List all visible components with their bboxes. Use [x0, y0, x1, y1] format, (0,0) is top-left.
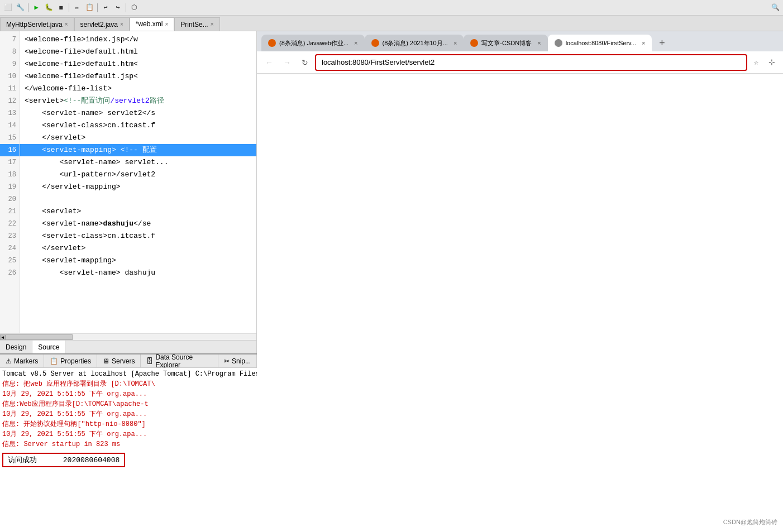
browser-toolbar: ← → ↻ ☆ ⊹	[257, 51, 783, 74]
code-line-25: <servlet-mapping>	[25, 255, 256, 267]
tab-printse[interactable]: PrintSe... ×	[174, 17, 219, 31]
browser-forward-button[interactable]: →	[279, 55, 295, 70]
servers-icon: 🖥	[103, 357, 109, 365]
bottom-panel: ⚠ Markers 📋 Properties 🖥 Servers 🗄 Data …	[0, 353, 257, 532]
snip-icon: ✂	[224, 357, 230, 365]
browser-tab-0-icon	[268, 39, 276, 47]
tab-printse-label: PrintSe...	[180, 21, 208, 28]
tab-design[interactable]: Design	[0, 341, 32, 354]
code-lines-content[interactable]: <welcome-file>index.jsp</w <welcome-file…	[20, 31, 256, 333]
code-line-24: </servlet>	[25, 242, 256, 255]
toolbar-icon-7[interactable]: ↪	[112, 2, 123, 13]
browser-tab-bar: (8条消息) Javaweb作业... × (8条消息) 2021年10月...…	[257, 31, 783, 51]
markers-label: Markers	[14, 357, 38, 365]
code-line-15: </servlet>	[25, 132, 256, 144]
scrollbar-left-arrow[interactable]: ◄	[0, 334, 6, 340]
properties-label: Properties	[60, 357, 91, 365]
tab-servers[interactable]: 🖥 Servers	[97, 354, 141, 368]
tab-myhttpservlet[interactable]: MyHttpServlet.java ×	[0, 17, 74, 31]
code-content[interactable]: 7 8 9 10 11 12 13 14 15 16 17 18 19 20 2…	[0, 31, 256, 333]
browser-tab-0-close[interactable]: ×	[354, 40, 357, 46]
editor-area: 7 8 9 10 11 12 13 14 15 16 17 18 19 20 2…	[0, 31, 257, 532]
browser-tab-3-icon	[555, 39, 562, 47]
design-source-tabs: Design Source	[0, 340, 256, 353]
line-num-25: 25	[0, 255, 20, 267]
line-num-13: 13	[0, 107, 20, 119]
browser-address-bar[interactable]	[315, 54, 747, 71]
tab-webxml[interactable]: *web.xml ×	[130, 17, 175, 31]
bottom-tabs: ⚠ Markers 📋 Properties 🖥 Servers 🗄 Data …	[0, 354, 257, 368]
browser-tab-3[interactable]: localhost:8080/FirstServ... ×	[548, 35, 652, 51]
editor-scrollbar-thumb[interactable]	[6, 334, 73, 340]
code-line-19: </servlet-mapping>	[25, 181, 256, 193]
line-num-22: 22	[0, 218, 20, 230]
bookmark-star-icon[interactable]: ☆	[749, 56, 763, 69]
browser-tab-2[interactable]: 写文章-CSDN博客 ×	[464, 35, 547, 51]
browser-new-tab-button[interactable]: +	[654, 36, 670, 51]
toolbar-icon-6[interactable]: ↩	[100, 2, 111, 13]
success-message: 访问成功 2020080604008	[2, 453, 125, 467]
line-num-24: 24	[0, 242, 20, 255]
toolbar-run-icon[interactable]: ▶	[31, 2, 42, 13]
code-line-17: <servlet-name> servlet...	[25, 156, 256, 169]
toolbar-icon-2[interactable]: 🔧	[15, 2, 26, 13]
tab-servlet2-close[interactable]: ×	[120, 21, 123, 27]
browser-back-button[interactable]: ←	[261, 55, 277, 70]
toolbar-icon-1[interactable]: ⬜	[2, 2, 13, 13]
browser-tab-1[interactable]: (8条消息) 2021年10月... ×	[365, 35, 464, 51]
browser-tab-2-icon	[470, 39, 478, 47]
toolbar-icon-3[interactable]: ◼	[55, 2, 66, 13]
line-num-21: 21	[0, 205, 20, 218]
code-line-11: </welcome-file-list>	[25, 83, 256, 95]
browser-chrome: (8条消息) Javaweb作业... × (8条消息) 2021年10月...…	[257, 31, 783, 74]
console-line-3: 信息:Web应用程序目录[D:\TOMCAT\apache-t	[2, 399, 255, 409]
tab-myhttpservlet-close[interactable]: ×	[65, 21, 68, 27]
browser-tab-0[interactable]: (8条消息) Javaweb作业... ×	[261, 35, 365, 51]
tab-printse-close[interactable]: ×	[211, 21, 214, 27]
line-num-20: 20	[0, 193, 20, 205]
datasource-label: Data Source Explorer	[155, 353, 212, 369]
console-output[interactable]: Tomcat v8.5 Server at localhost [Apache …	[0, 368, 257, 532]
browser-refresh-button[interactable]: ↻	[297, 55, 313, 70]
editor-scrollbar[interactable]: ◄	[0, 333, 256, 340]
code-line-8: <welcome-file>default.html	[25, 46, 256, 58]
console-line-7: 信息: Server startup in 823 ms	[2, 439, 255, 449]
snip-label: Snip...	[232, 357, 251, 365]
success-text1: 访问成功	[8, 456, 37, 464]
tab-properties[interactable]: 📋 Properties	[44, 354, 97, 368]
tab-source[interactable]: Source	[32, 341, 65, 354]
tab-webxml-label: *web.xml	[136, 20, 163, 28]
line-num-7: 7	[0, 33, 20, 46]
line-num-26: 26	[0, 267, 20, 279]
line-num-9: 9	[0, 58, 20, 70]
success-text2: 2020080604008	[63, 456, 120, 464]
browser-tab-2-close[interactable]: ×	[537, 40, 541, 46]
line-num-10: 10	[0, 70, 20, 83]
browser-tab-1-close[interactable]: ×	[453, 40, 457, 46]
browser-tab-1-icon	[371, 39, 379, 47]
bookmark-icon[interactable]: ⊹	[765, 56, 779, 69]
code-line-7: <welcome-file>index.jsp</w	[25, 33, 256, 46]
toolbar-icon-8[interactable]: ⬡	[128, 2, 140, 13]
console-line-1: 信息: 把web 应用程序部署到目录 [D:\TOMCAT\	[2, 379, 255, 389]
toolbar-icon-search[interactable]: 🔍	[770, 2, 781, 13]
console-line-5: 信息: 开始协议处理句柄["http-nio-8080"]	[2, 419, 255, 429]
toolbar-sep-1	[28, 3, 28, 12]
tab-datasource[interactable]: 🗄 Data Source Explorer	[141, 354, 218, 368]
line-numbers: 7 8 9 10 11 12 13 14 15 16 17 18 19 20 2…	[0, 31, 20, 333]
code-line-18: <url-pattern>/servlet2	[25, 169, 256, 181]
tab-snip[interactable]: ✂ Snip...	[218, 354, 257, 368]
tab-webxml-close[interactable]: ×	[165, 21, 168, 27]
toolbar-debug-icon[interactable]: 🐛	[43, 2, 54, 13]
datasource-icon: 🗄	[146, 357, 153, 365]
code-line-23: <servlet-class>cn.itcast.f	[25, 230, 256, 242]
tab-servlet2[interactable]: servlet2.java ×	[74, 17, 130, 31]
toolbar-icon-5[interactable]: 📋	[84, 2, 95, 13]
code-editor[interactable]: 7 8 9 10 11 12 13 14 15 16 17 18 19 20 2…	[0, 31, 257, 353]
tab-servlet2-label: servlet2.java	[80, 21, 118, 28]
tab-markers[interactable]: ⚠ Markers	[0, 354, 44, 368]
line-num-14: 14	[0, 119, 20, 132]
toolbar-icon-4[interactable]: ✏	[71, 2, 83, 13]
browser-tab-3-close[interactable]: ×	[642, 40, 645, 46]
watermark: CSDN@炮筒炮筒砖	[723, 518, 777, 526]
